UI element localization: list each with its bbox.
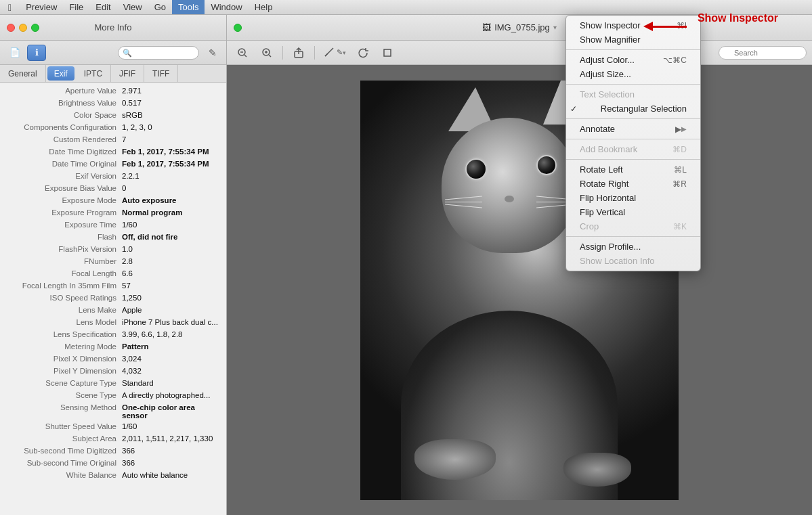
exif-row: Focal Length In 35mm Film57	[0, 280, 226, 292]
menu-separator	[566, 49, 700, 50]
exif-value: 1/60	[122, 422, 137, 432]
exif-value: 366	[122, 459, 135, 468]
menu-item-rotate-right[interactable]: Rotate Right⌘R	[566, 177, 700, 191]
exif-value: sRGB	[122, 111, 143, 120]
menubar-help[interactable]: Help	[249, 0, 279, 14]
exif-label: Date Time Original	[7, 160, 122, 169]
exif-value: 4,032	[122, 367, 142, 376]
menubar-preview[interactable]: Preview	[20, 0, 63, 14]
tab-general[interactable]: General	[0, 65, 46, 82]
exif-label: ISO Speed Ratings	[7, 294, 122, 303]
chevron-down-icon[interactable]: ▾	[553, 24, 557, 31]
exif-label: Exif Version	[7, 172, 122, 181]
crop-button[interactable]	[377, 44, 398, 62]
close-button[interactable]	[7, 24, 15, 32]
exif-value: 0	[122, 184, 126, 194]
menu-separator	[566, 159, 700, 160]
exif-value: 2.8	[122, 257, 133, 267]
exif-value: 57	[122, 282, 131, 291]
exif-value: Feb 1, 2017, 7:55:34 PM	[122, 148, 209, 157]
menu-item-rectangular-selection[interactable]: Rectangular Selection	[566, 102, 700, 116]
inspector-info-button[interactable]: ℹ	[27, 45, 46, 61]
exif-label: Sub-second Time Original	[7, 459, 122, 468]
menu-item-flip-vertical[interactable]: Flip Vertical	[566, 205, 700, 219]
inspector-search-input[interactable]	[118, 46, 199, 60]
zoom-out-button[interactable]	[232, 44, 253, 62]
exif-row: Exposure Time1/60	[0, 219, 226, 231]
menu-item-label: Adjust Size...	[580, 69, 631, 79]
exif-label: Exposure Bias Value	[7, 184, 122, 194]
exif-row: Shutter Speed Value1/60	[0, 421, 226, 433]
menubar-view[interactable]: View	[117, 0, 148, 14]
rotate-button[interactable]	[353, 44, 373, 62]
menu-item-adjust-color[interactable]: Adjust Color...⌥⌘C	[566, 53, 700, 67]
exif-row: FlashOff, did not fire	[0, 231, 226, 244]
share-button[interactable]	[289, 44, 309, 62]
exif-label: Flash	[7, 233, 122, 242]
exif-value: 1.0	[122, 245, 133, 254]
exif-value: 0.517	[122, 99, 142, 108]
preview-green-dot[interactable]	[234, 24, 242, 32]
annotation-label: Show Inspector	[698, 12, 778, 24]
exif-label: Custom Rendered	[7, 135, 122, 145]
menu-item-annotate[interactable]: Annotate▶▶	[566, 122, 700, 136]
exif-value: 366	[122, 447, 135, 456]
exif-value: 2.971	[122, 87, 142, 96]
exif-label: Subject Area	[7, 434, 122, 444]
exif-row: Subject Area2,011, 1,511, 2,217, 1,330	[0, 433, 226, 445]
exif-value: Auto white balance	[122, 471, 188, 480]
zoom-button[interactable]	[31, 24, 39, 32]
menu-item-rotate-left[interactable]: Rotate Left⌘L	[566, 162, 700, 177]
inspector-title: More Info	[95, 22, 132, 32]
menu-item-label: Show Location Info	[580, 256, 655, 266]
menu-item-show-magnifier[interactable]: Show Magnifier	[566, 32, 700, 47]
exif-value: Pattern	[122, 342, 149, 352]
cat-head-oval	[442, 118, 577, 253]
tab-iptc[interactable]: IPTC	[76, 65, 111, 82]
menu-item-flip-horizontal[interactable]: Flip Horizontal	[566, 191, 700, 205]
tab-exif[interactable]: Exif	[47, 66, 74, 81]
cat-eye-left	[465, 158, 487, 180]
preview-search-input[interactable]	[719, 46, 807, 60]
exif-label: Lens Specification	[7, 330, 122, 340]
exif-label: Aperture Value	[7, 87, 122, 96]
inspector-edit-button[interactable]: ✎	[205, 45, 221, 61]
menubar-window[interactable]: Window	[205, 0, 248, 14]
exif-label: Pixel X Dimension	[7, 355, 122, 364]
exif-value: Standard	[122, 379, 154, 388]
markup-button[interactable]: ✎ ▾	[320, 44, 349, 62]
cat-paw-right	[563, 453, 631, 487]
inspector-file-icon[interactable]: 📄	[5, 45, 24, 61]
svg-rect-8	[384, 49, 391, 56]
exif-row: Lens Specification3.99, 6.6, 1.8, 2.8	[0, 329, 226, 341]
exif-row: Sub-second Time Digitized366	[0, 445, 226, 457]
menubar-edit[interactable]: Edit	[89, 0, 116, 14]
inspector-tabs: General Exif IPTC JFIF TIFF	[0, 65, 226, 83]
toolbar-separator-2	[314, 46, 315, 60]
exif-value: A directly photographed...	[122, 391, 210, 401]
menubar-tools[interactable]: Tools	[172, 0, 205, 14]
menu-item-adjust-size[interactable]: Adjust Size...	[566, 67, 700, 81]
minimize-button[interactable]	[19, 24, 27, 32]
menubar-file[interactable]: File	[63, 0, 89, 14]
exif-row: Custom Rendered7	[0, 134, 226, 146]
tab-tiff[interactable]: TIFF	[144, 65, 178, 82]
exif-label: Scene Type	[7, 391, 122, 401]
exif-value: 2,011, 1,511, 2,217, 1,330	[122, 434, 213, 444]
exif-label: Shutter Speed Value	[7, 422, 122, 432]
menubar:  Preview File Edit View Go Tools Window…	[0, 0, 812, 15]
exif-row: Lens MakeApple	[0, 305, 226, 317]
exif-label: Exposure Mode	[7, 196, 122, 206]
menu-shortcut: ⌘R	[672, 179, 687, 189]
exif-row: Aperture Value2.971	[0, 85, 226, 97]
menubar-go[interactable]: Go	[148, 0, 172, 14]
zoom-in-button[interactable]	[257, 44, 277, 62]
exif-value: 1,250	[122, 294, 142, 303]
apple-menu[interactable]: 	[0, 2, 20, 13]
tab-jfif[interactable]: JFIF	[111, 65, 144, 82]
exif-row: ISO Speed Ratings1,250	[0, 292, 226, 305]
exif-label: Exposure Program	[7, 208, 122, 218]
exif-value: Auto exposure	[122, 196, 177, 206]
menu-item-assign-profile[interactable]: Assign Profile...	[566, 240, 700, 254]
menu-shortcut: ⌥⌘C	[663, 55, 687, 65]
